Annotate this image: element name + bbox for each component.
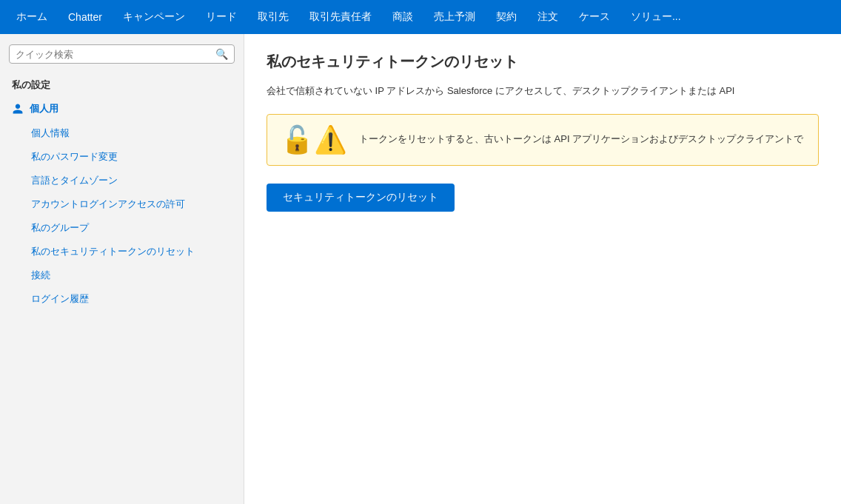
sidebar-item-groups[interactable]: 私のグループ [0, 216, 244, 240]
sidebar-item-security-token[interactable]: 私のセキュリティトークンのリセット [0, 240, 244, 263]
main-content: 私のセキュリティトークンのリセット 会社で信頼されていない IP アドレスから … [244, 34, 841, 504]
search-input[interactable] [16, 49, 215, 60]
reset-security-token-button[interactable]: セキュリティトークンのリセット [267, 184, 455, 212]
person-icon [12, 103, 24, 115]
sidebar-item-login-history[interactable]: ログイン履歴 [0, 287, 244, 311]
sidebar: 🔍 私の設定 個人用 個人情報 私のパスワード変更 言語とタイムゾーン アカウン… [0, 34, 244, 504]
nav-item-lead[interactable]: リード [195, 0, 247, 34]
sidebar-personal-header[interactable]: 個人用 [0, 96, 244, 121]
nav-item-chatter[interactable]: Chatter [58, 0, 113, 34]
sidebar-item-personal-info[interactable]: 個人情報 [0, 121, 244, 145]
sidebar-item-login-access[interactable]: アカウントログインアクセスの許可 [0, 192, 244, 216]
nav-item-contract[interactable]: 契約 [486, 0, 527, 34]
sidebar-section-title: 私の設定 [0, 71, 244, 96]
top-nav: ホーム Chatter キャンペーン リード 取引先 取引先責任者 商談 売上予… [0, 0, 841, 34]
sidebar-item-password[interactable]: 私のパスワード変更 [0, 145, 244, 169]
lock-warning-icon: 🔓⚠️ [281, 127, 347, 153]
warning-icon-wrap: 🔓⚠️ [281, 127, 347, 153]
nav-item-forecast[interactable]: 売上予測 [423, 0, 486, 34]
warning-text: トークンをリセットすると、古いトークンは API アプリケーションおよびデスクト… [359, 132, 803, 147]
nav-item-home[interactable]: ホーム [6, 0, 58, 34]
sidebar-item-connection[interactable]: 接続 [0, 263, 244, 287]
nav-item-case[interactable]: ケース [569, 0, 620, 34]
search-bar-container: 🔍 [9, 44, 235, 64]
page-title: 私のセキュリティトークンのリセット [267, 52, 819, 72]
layout: 🔍 私の設定 個人用 個人情報 私のパスワード変更 言語とタイムゾーン アカウン… [0, 34, 841, 504]
nav-item-order[interactable]: 注文 [527, 0, 569, 34]
nav-item-account[interactable]: 取引先 [247, 0, 299, 34]
nav-item-opportunity[interactable]: 商談 [382, 0, 423, 34]
nav-item-solution[interactable]: ソリュー... [620, 0, 691, 34]
nav-item-contact[interactable]: 取引先責任者 [299, 0, 382, 34]
sidebar-item-language[interactable]: 言語とタイムゾーン [0, 169, 244, 192]
nav-item-campaign[interactable]: キャンペーン [113, 0, 195, 34]
page-description: 会社で信頼されていない IP アドレスから Salesforce にアクセスして… [267, 84, 819, 99]
sidebar-personal-label: 個人用 [30, 102, 58, 115]
warning-box: 🔓⚠️ トークンをリセットすると、古いトークンは API アプリケーションおよび… [267, 114, 819, 166]
search-button[interactable]: 🔍 [215, 48, 228, 60]
